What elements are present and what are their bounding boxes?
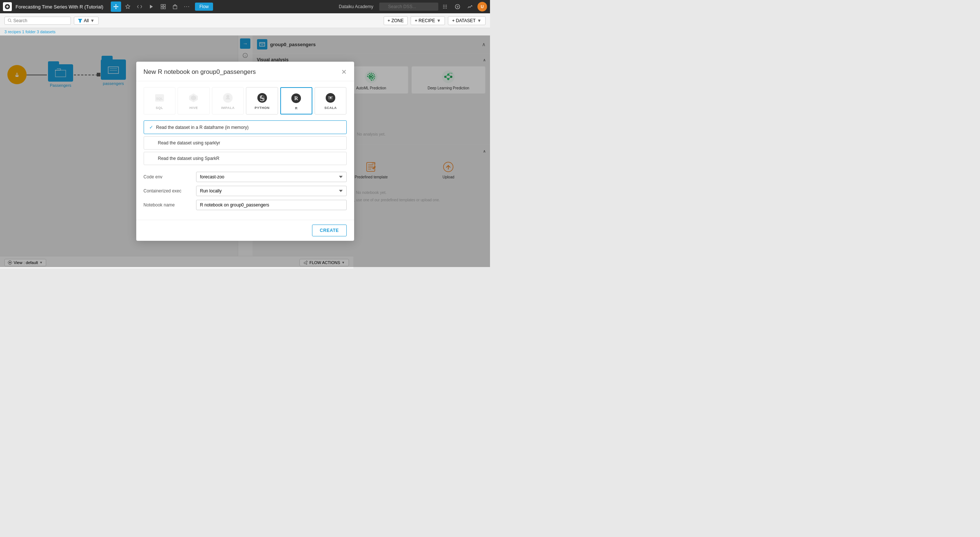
kernel-tab-r[interactable]: R R	[280, 87, 312, 115]
svg-rect-10	[173, 6, 177, 9]
filter-dropdown[interactable]: All ▼	[74, 17, 99, 25]
svg-point-2	[117, 6, 118, 7]
kernel-tab-scala[interactable]: ✦ SCALA	[315, 87, 347, 115]
modal-overlay[interactable]: New R notebook on group0_passengers ✕ SQ…	[0, 35, 490, 267]
svg-point-17	[446, 6, 447, 7]
analytics-icon[interactable]	[465, 2, 475, 12]
nav-right-icons: ? U	[440, 2, 487, 12]
r-icon: R	[290, 92, 303, 105]
kernel-tab-impala: IMPALA	[212, 87, 244, 115]
datasets-count: 3	[37, 30, 39, 34]
recipe-btn[interactable]: + RECIPE ▼	[410, 16, 445, 25]
r-label: R	[295, 106, 298, 110]
grid-nav-btn[interactable]	[158, 2, 169, 12]
code-env-select[interactable]: forecast-zoodefaultcustom	[196, 172, 347, 182]
dataset-btn[interactable]: + DATASET ▼	[448, 16, 485, 25]
help-icon[interactable]: ?	[452, 2, 463, 12]
zone-btn[interactable]: + ZONE	[383, 16, 408, 25]
kernel-tab-sql: SQL SQL	[144, 87, 176, 115]
svg-rect-6	[161, 5, 163, 6]
svg-marker-25	[78, 19, 82, 22]
star-nav-btn[interactable]	[123, 2, 133, 12]
checkmark-icon: ✓	[149, 124, 153, 130]
recipes-count: 3	[5, 30, 6, 34]
svg-point-79	[261, 96, 262, 97]
secondary-toolbar: All ▼ + ZONE + RECIPE ▼ + DATASET ▼	[0, 13, 490, 28]
modal-title: New R notebook on group0_passengers	[144, 69, 256, 76]
flow-search-input[interactable]	[13, 18, 61, 23]
read-option-dataframe[interactable]: ✓ Read the dataset in a R dataframe (in …	[144, 120, 347, 134]
notebook-name-input[interactable]	[196, 200, 347, 210]
impala-label: IMPALA	[221, 106, 235, 110]
svg-text:R: R	[294, 96, 298, 101]
notebook-name-row: Notebook name	[144, 200, 347, 210]
kernel-tab-hive: HIVE	[178, 87, 210, 115]
filter-icon	[78, 19, 82, 22]
global-search-input[interactable]	[379, 3, 438, 11]
more-nav-btn[interactable]: ···	[182, 2, 192, 12]
read-option-sparkr[interactable]: Read the dataset using SparkR	[144, 152, 347, 165]
project-name: Forecasting Time Series With R (Tutorial…	[16, 4, 103, 10]
hive-label: HIVE	[189, 106, 198, 110]
svg-point-1	[113, 6, 115, 7]
hive-icon	[187, 91, 200, 105]
top-navbar: Forecasting Time Series With R (Tutorial…	[0, 0, 490, 13]
flow-search-box[interactable]	[5, 17, 71, 25]
code-env-row: Code env forecast-zoodefaultcustom	[144, 172, 347, 182]
svg-point-77	[226, 95, 229, 98]
svg-text:?: ?	[457, 5, 458, 9]
svg-rect-8	[161, 7, 163, 9]
svg-point-80	[262, 99, 263, 100]
flow-search-icon	[8, 19, 12, 22]
svg-point-18	[443, 8, 444, 8]
svg-point-15	[443, 6, 444, 7]
toolbar-actions: + ZONE + RECIPE ▼ + DATASET ▼	[383, 16, 485, 25]
svg-point-13	[445, 5, 445, 6]
svg-text:✦: ✦	[329, 96, 332, 100]
svg-rect-9	[164, 7, 165, 9]
read-option-sparklyr[interactable]: Read the dataset using sparklyr	[144, 136, 347, 150]
svg-point-16	[445, 6, 445, 7]
python-label: PYTHON	[255, 106, 270, 110]
filter-label: All	[84, 18, 89, 23]
containerized-row: Containerized exec Run locallyIn contain…	[144, 186, 347, 196]
modal-close-btn[interactable]: ✕	[341, 69, 347, 75]
apps-icon[interactable]	[440, 2, 450, 12]
main-area: Passengers passengers → i !	[0, 35, 490, 267]
academy-link[interactable]: Dataiku Academy	[339, 4, 373, 9]
svg-point-12	[443, 5, 444, 6]
modal-footer: CREATE	[136, 220, 354, 241]
code-env-label: Code env	[144, 174, 192, 180]
app-logo[interactable]	[3, 2, 12, 11]
box-nav-btn[interactable]	[170, 2, 180, 12]
dataset-chevron-icon: ▼	[477, 18, 482, 23]
create-button[interactable]: CREATE	[312, 225, 346, 236]
svg-point-23	[8, 19, 11, 21]
modal-body: SQL SQL HIVE	[136, 81, 354, 220]
svg-marker-5	[150, 5, 153, 8]
svg-line-24	[11, 21, 12, 22]
kernel-tab-python[interactable]: PYTHON	[246, 87, 278, 115]
svg-point-20	[446, 8, 447, 8]
python-icon	[256, 91, 269, 105]
flow-nav-btn[interactable]	[111, 2, 121, 12]
containerized-select[interactable]: Run locallyIn container	[196, 186, 347, 196]
folder-count: 1	[22, 30, 24, 34]
svg-point-14	[446, 5, 447, 6]
scala-icon: ✦	[324, 91, 337, 105]
containerized-label: Containerized exec	[144, 188, 192, 194]
user-avatar[interactable]: U	[477, 2, 487, 11]
flow-active-tab[interactable]: Flow	[195, 3, 213, 11]
code-nav-btn[interactable]	[134, 2, 145, 12]
svg-text:SQL: SQL	[156, 97, 163, 100]
filter-chevron-icon: ▼	[90, 18, 94, 23]
play-nav-btn[interactable]	[146, 2, 157, 12]
sql-icon: SQL	[153, 91, 166, 105]
impala-icon	[221, 91, 234, 105]
scala-label: SCALA	[324, 106, 337, 110]
svg-point-4	[115, 8, 116, 9]
notebook-modal: New R notebook on group0_passengers ✕ SQ…	[136, 62, 354, 241]
kernel-tabs: SQL SQL HIVE	[144, 87, 347, 115]
svg-rect-7	[164, 5, 165, 6]
recipe-chevron-icon: ▼	[436, 18, 441, 23]
